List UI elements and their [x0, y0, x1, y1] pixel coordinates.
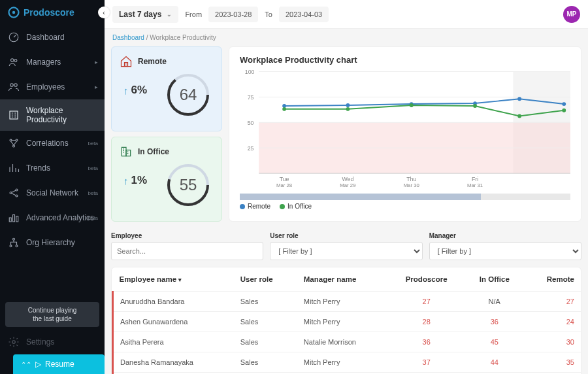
filter-bar: Employee User role [ Filter by ] Manager… — [111, 232, 581, 260]
filter-label-manager: Manager — [429, 232, 581, 239]
brand-logo[interactable]: Prodoscore — [0, 0, 105, 25]
scrollbar-thumb[interactable] — [240, 194, 481, 200]
svg-point-10 — [13, 145, 15, 147]
sidebar-item-settings[interactable]: Settings — [0, 330, 105, 354]
sidebar-item-label: Workplace Productivity — [26, 106, 97, 124]
sidebar-item-label: Employees — [26, 82, 65, 92]
svg-point-54 — [346, 107, 350, 111]
network-icon — [8, 137, 20, 149]
svg-point-58 — [562, 109, 566, 112]
table-row[interactable]: Danesha RamanayakaSalesMitch Perry374435 — [113, 352, 581, 373]
svg-text:Wed: Wed — [342, 176, 354, 182]
to-date-input[interactable]: 2023-04-03 — [279, 7, 329, 22]
svg-point-8 — [10, 139, 12, 141]
people-icon — [8, 81, 20, 93]
remote-stat-card: Remote ↑6% 64 — [111, 46, 222, 131]
sidebar-item-label: Trends — [26, 163, 50, 173]
manager-filter-select[interactable]: [ Filter by ] — [429, 242, 581, 260]
sidebar-item-employees[interactable]: Employees ▸ — [0, 75, 105, 99]
chart-scrollbar[interactable] — [240, 194, 570, 200]
analytics-icon — [8, 212, 20, 224]
guide-tooltip: Continue playing the last guide — [5, 302, 99, 327]
gear-icon — [8, 336, 20, 348]
svg-point-12 — [16, 189, 18, 191]
filter-label-employee: Employee — [111, 232, 263, 239]
sidebar-item-social-network[interactable]: Social Network beta — [0, 180, 105, 205]
svg-point-56 — [473, 104, 477, 108]
breadcrumb-root[interactable]: Dashboard — [112, 34, 144, 41]
avatar[interactable]: MP — [563, 6, 580, 23]
svg-point-20 — [12, 341, 16, 344]
svg-point-55 — [410, 103, 414, 107]
svg-text:75: 75 — [248, 94, 254, 101]
svg-text:Mar 30: Mar 30 — [404, 182, 420, 188]
resume-button[interactable]: ⌃⌃ ▷ Resume — [13, 354, 105, 374]
table-row[interactable]: Asitha PereraSalesNatalie Morrison364530 — [113, 332, 581, 352]
sidebar-item-org-hierarchy[interactable]: Org Hierarchy — [0, 230, 105, 255]
office-ring: 55 — [164, 161, 212, 209]
legend-label: Remote — [248, 203, 270, 210]
main-content: Dashboard / Workplace Productivity Remot… — [105, 29, 588, 374]
svg-rect-21 — [125, 63, 128, 67]
date-range-selector[interactable]: Last 7 days ⌄ — [112, 6, 178, 23]
svg-text:Mar 31: Mar 31 — [467, 182, 483, 188]
role-filter-select[interactable]: [ Filter by ] — [270, 242, 422, 260]
hierarchy-icon — [8, 237, 20, 248]
sidebar-item-workplace-productivity[interactable]: Workplace Productivity — [0, 99, 105, 131]
stat-title: In Office — [138, 147, 169, 156]
sidebar: Prodoscore Dashboard Managers ▸ Employee… — [0, 0, 105, 374]
chart-title: Workplace Productivity chart — [240, 55, 570, 65]
sidebar-item-dashboard[interactable]: Dashboard — [0, 25, 105, 50]
sidebar-item-label: Social Network — [26, 188, 78, 197]
sidebar-collapse-button[interactable]: ‹ — [98, 7, 110, 18]
resume-label: Resume — [45, 360, 74, 369]
col-user-role[interactable]: User role — [234, 267, 297, 292]
svg-point-18 — [10, 245, 12, 247]
svg-text:Thu: Thu — [406, 176, 416, 182]
filter-label-role: User role — [270, 232, 422, 239]
office-icon — [120, 145, 133, 158]
office-stat-card: In Office ↑1% 55 — [111, 137, 222, 222]
col-manager[interactable]: Manager name — [297, 267, 389, 292]
stat-value: 64 — [164, 71, 212, 119]
sort-arrow-down-icon: ▾ — [178, 277, 182, 283]
col-remote[interactable]: Remote — [525, 267, 581, 292]
col-in-office[interactable]: In Office — [465, 267, 525, 292]
col-prodoscore[interactable]: Prodoscore — [388, 267, 465, 292]
chart-icon — [8, 162, 20, 174]
employee-search-input[interactable] — [111, 242, 263, 260]
stat-title: Remote — [138, 57, 167, 66]
avatar-initials: MP — [567, 10, 577, 18]
chevron-right-icon: ▸ — [95, 84, 98, 90]
svg-point-3 — [11, 59, 14, 62]
from-date-input[interactable]: 2023-03-28 — [208, 7, 258, 22]
topbar: Last 7 days ⌄ From 2023-03-28 To 2023-04… — [105, 0, 588, 29]
svg-point-51 — [517, 97, 521, 101]
from-label: From — [185, 10, 202, 18]
breadcrumb-page: Workplace Productivity — [150, 34, 216, 41]
col-employee-name[interactable]: Employee name▾ — [113, 267, 234, 292]
sidebar-item-label: Advanced Analytics — [26, 213, 94, 222]
table-row[interactable]: Anuruddha BandaraSalesMitch Perry27N/A27 — [113, 292, 581, 312]
svg-rect-25 — [126, 150, 131, 156]
double-chevron-up-icon: ⌃⌃ — [21, 361, 31, 368]
beta-badge: beta — [88, 190, 98, 196]
svg-point-19 — [16, 245, 18, 247]
svg-point-48 — [346, 103, 350, 107]
sidebar-item-trends[interactable]: Trends beta — [0, 156, 105, 180]
svg-text:Mar 29: Mar 29 — [340, 182, 355, 188]
sidebar-item-correlations[interactable]: Correlations beta — [0, 131, 105, 156]
sidebar-item-advanced-analytics[interactable]: Advanced Analytics beta — [0, 205, 105, 230]
svg-text:Tue: Tue — [280, 176, 289, 182]
stat-delta-value: 1% — [131, 174, 148, 187]
svg-point-11 — [10, 192, 12, 194]
sidebar-item-label: Managers — [26, 58, 61, 67]
users-icon — [8, 56, 20, 68]
stat-delta-value: 6% — [131, 84, 148, 97]
chevron-down-icon: ⌄ — [167, 11, 172, 18]
table-row[interactable]: Ashen GunawardenaSalesMitch Perry283624 — [113, 312, 581, 332]
share-icon — [8, 187, 20, 199]
sidebar-item-label: Dashboard — [26, 33, 65, 42]
sidebar-item-managers[interactable]: Managers ▸ — [0, 50, 105, 75]
legend-label: In Office — [287, 203, 312, 210]
